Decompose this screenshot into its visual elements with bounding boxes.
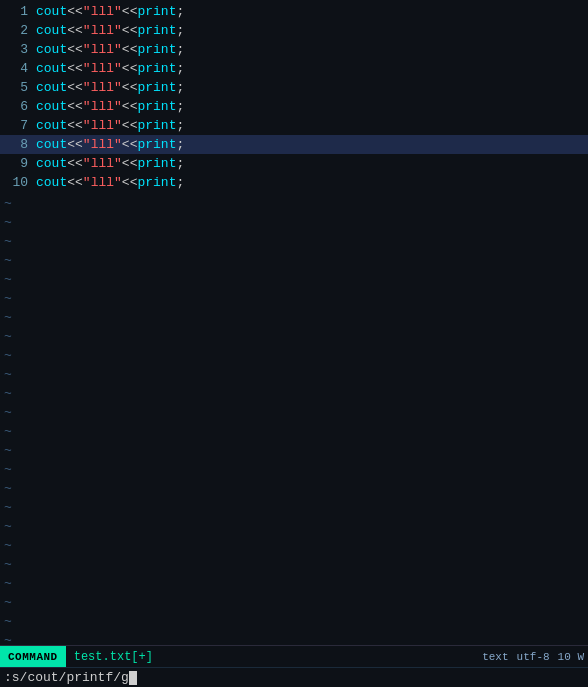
tilde-line: ~	[0, 308, 588, 327]
command-text: :s/cout/printf/g	[4, 670, 129, 685]
string-literal: "lll"	[83, 61, 122, 76]
line-number: 8	[4, 137, 28, 152]
tilde-char: ~	[4, 329, 12, 344]
keyword-cout: cout	[36, 61, 67, 76]
tilde-char: ~	[4, 614, 12, 629]
tilde-line: ~	[0, 251, 588, 270]
line-number: 9	[4, 156, 28, 171]
operator2: <<	[122, 118, 138, 133]
line-content: cout<<"lll"<<print;	[36, 175, 184, 190]
line-content: cout<<"lll"<<print;	[36, 23, 184, 38]
tilde-char: ~	[4, 424, 12, 439]
keyword-print: print	[137, 23, 176, 38]
string-literal: "lll"	[83, 137, 122, 152]
tilde-line: ~	[0, 346, 588, 365]
keyword-print: print	[137, 156, 176, 171]
tilde-char: ~	[4, 405, 12, 420]
tilde-lines: ~~~~~~~~~~~~~~~~~~~~~~~~~~~	[0, 194, 588, 645]
line-number: 5	[4, 80, 28, 95]
semicolon: ;	[176, 4, 184, 19]
tilde-char: ~	[4, 576, 12, 591]
tilde-char: ~	[4, 500, 12, 515]
semicolon: ;	[176, 61, 184, 76]
keyword-print: print	[137, 118, 176, 133]
string-literal: "lll"	[83, 175, 122, 190]
keyword-print: print	[137, 137, 176, 152]
code-line: 4cout<<"lll"<<print;	[0, 59, 588, 78]
operator2: <<	[122, 175, 138, 190]
tilde-line: ~	[0, 555, 588, 574]
code-line: 10cout<<"lll"<<print;	[0, 173, 588, 192]
semicolon: ;	[176, 42, 184, 57]
code-line: 3cout<<"lll"<<print;	[0, 40, 588, 59]
line-content: cout<<"lll"<<print;	[36, 137, 184, 152]
tilde-char: ~	[4, 367, 12, 382]
semicolon: ;	[176, 175, 184, 190]
operator2: <<	[122, 61, 138, 76]
code-line: 7cout<<"lll"<<print;	[0, 116, 588, 135]
operator: <<	[67, 61, 83, 76]
line-number: 7	[4, 118, 28, 133]
line-content: cout<<"lll"<<print;	[36, 118, 184, 133]
tilde-char: ~	[4, 481, 12, 496]
operator: <<	[67, 80, 83, 95]
tilde-line: ~	[0, 213, 588, 232]
operator: <<	[67, 42, 83, 57]
code-lines: 1cout<<"lll"<<print;2cout<<"lll"<<print;…	[0, 0, 588, 194]
semicolon: ;	[176, 23, 184, 38]
code-line: 1cout<<"lll"<<print;	[0, 2, 588, 21]
tilde-char: ~	[4, 272, 12, 287]
tilde-char: ~	[4, 234, 12, 249]
line-content: cout<<"lll"<<print;	[36, 80, 184, 95]
line-number: 10	[4, 175, 28, 190]
operator2: <<	[122, 137, 138, 152]
tilde-char: ~	[4, 557, 12, 572]
editor-area: 1cout<<"lll"<<print;2cout<<"lll"<<print;…	[0, 0, 588, 645]
line-info: 10 W	[558, 651, 584, 663]
operator: <<	[67, 156, 83, 171]
file-name: test.txt[+]	[66, 650, 161, 664]
operator: <<	[67, 99, 83, 114]
line-number: 1	[4, 4, 28, 19]
tilde-line: ~	[0, 384, 588, 403]
semicolon: ;	[176, 156, 184, 171]
line-number: 3	[4, 42, 28, 57]
keyword-print: print	[137, 80, 176, 95]
operator: <<	[67, 23, 83, 38]
tilde-char: ~	[4, 386, 12, 401]
operator2: <<	[122, 80, 138, 95]
tilde-line: ~	[0, 270, 588, 289]
tilde-char: ~	[4, 595, 12, 610]
tilde-line: ~	[0, 498, 588, 517]
tilde-char: ~	[4, 291, 12, 306]
keyword-cout: cout	[36, 156, 67, 171]
string-literal: "lll"	[83, 23, 122, 38]
keyword-cout: cout	[36, 175, 67, 190]
line-content: cout<<"lll"<<print;	[36, 156, 184, 171]
tilde-char: ~	[4, 519, 12, 534]
tilde-line: ~	[0, 631, 588, 645]
operator2: <<	[122, 4, 138, 19]
keyword-cout: cout	[36, 4, 67, 19]
keyword-cout: cout	[36, 42, 67, 57]
semicolon: ;	[176, 137, 184, 152]
status-right: text utf-8 10 W	[482, 651, 588, 663]
tilde-line: ~	[0, 327, 588, 346]
tilde-line: ~	[0, 574, 588, 593]
line-number: 6	[4, 99, 28, 114]
operator: <<	[67, 175, 83, 190]
operator2: <<	[122, 42, 138, 57]
operator2: <<	[122, 23, 138, 38]
tilde-line: ~	[0, 517, 588, 536]
string-literal: "lll"	[83, 42, 122, 57]
tilde-line: ~	[0, 289, 588, 308]
tilde-line: ~	[0, 194, 588, 213]
tilde-char: ~	[4, 348, 12, 363]
tilde-line: ~	[0, 612, 588, 631]
tilde-line: ~	[0, 422, 588, 441]
line-content: cout<<"lll"<<print;	[36, 99, 184, 114]
command-line[interactable]: :s/cout/printf/g	[0, 667, 588, 687]
semicolon: ;	[176, 118, 184, 133]
code-line: 9cout<<"lll"<<print;	[0, 154, 588, 173]
keyword-print: print	[137, 175, 176, 190]
